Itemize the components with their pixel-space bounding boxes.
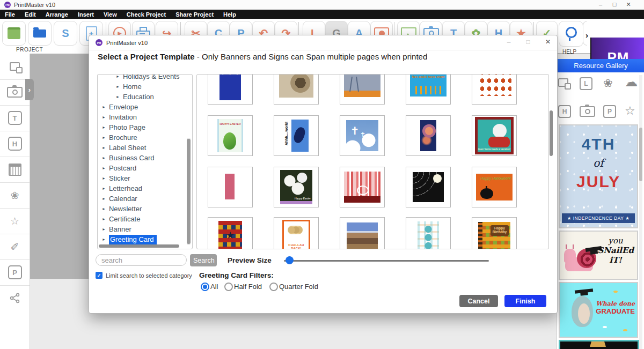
filter-radio-all[interactable] <box>201 283 209 291</box>
template-thumbnail[interactable]: Happy Birthday <box>472 217 517 249</box>
sidebar-text-button[interactable]: T <box>0 105 30 131</box>
template-thumbnail[interactable] <box>340 115 385 156</box>
sidebar-headline-button[interactable]: H <box>0 131 30 157</box>
sidebar-calendar-button[interactable] <box>0 157 30 183</box>
gallery-card-4th-of-july[interactable]: 4TH of JULY ★ INDEPENDENCE DAY ★ <box>559 124 638 228</box>
toolbar-expand-icon[interactable]: › <box>586 31 588 40</box>
dialog-heading-note: - Only Banners and Signs can Span multip… <box>195 52 428 61</box>
sidebar-shapes-button[interactable] <box>0 54 30 80</box>
search-input[interactable] <box>96 254 187 266</box>
finish-button[interactable]: Finish <box>504 295 546 307</box>
preview-size-slider-thumb[interactable] <box>286 256 294 264</box>
dialog-close-button[interactable]: ✕ <box>541 38 554 47</box>
toolbar-group-label-help: HELP <box>562 49 576 55</box>
menu-file[interactable]: File <box>0 11 20 18</box>
menu-help[interactable]: Help <box>218 11 241 18</box>
dialog-minimize-button[interactable]: – <box>502 38 515 47</box>
close-button[interactable]: ✕ <box>623 1 634 9</box>
category-greeting-card[interactable]: ►Greeting Card <box>98 234 192 244</box>
grid-scrollbar-thumb[interactable] <box>550 110 553 156</box>
gallery-scrollbar-thumb[interactable] <box>639 128 642 181</box>
template-thumbnail[interactable] <box>340 217 385 249</box>
preview-size-slider-track[interactable] <box>284 260 489 262</box>
menu-check-project[interactable]: Check Project <box>122 11 171 18</box>
graduation-cap-icon <box>575 288 593 294</box>
search-button[interactable]: Search <box>190 254 217 266</box>
template-thumbnail[interactable] <box>274 74 319 105</box>
template-thumbnail[interactable]: ❄ ❄ ❄ <box>208 74 253 105</box>
tree-hscrollbar-thumb[interactable] <box>99 244 179 248</box>
category-envelope[interactable]: ►Envelope <box>98 102 192 112</box>
gallery-card-snail[interactable]: you SNailEd iT! <box>559 231 638 280</box>
rg-clipart-button[interactable]: ❀ <box>603 77 613 90</box>
gallery-scrollbar-track[interactable] <box>639 75 642 349</box>
minimize-button[interactable]: – <box>595 1 606 9</box>
tree-scrollbar-thumb[interactable] <box>187 139 191 244</box>
category-sticker[interactable]: ►Sticker <box>98 173 192 183</box>
template-thumbnail[interactable] <box>406 217 451 249</box>
template-thumbnail[interactable] <box>340 74 385 105</box>
category-label: Brochure <box>109 133 137 142</box>
template-thumbnail[interactable] <box>472 74 517 105</box>
expand-panel-tab[interactable]: › <box>25 79 34 100</box>
category-letterhead[interactable]: ►Letterhead <box>98 183 192 194</box>
template-thumbnail[interactable]: Happy Easter <box>274 167 319 207</box>
cloud-com-label: .com <box>627 81 634 84</box>
rg-headline-button[interactable]: H <box>558 105 571 118</box>
template-thumbnail[interactable]: Ahhh....work! <box>274 115 319 156</box>
rg-photo-button[interactable] <box>580 106 595 117</box>
menu-insert[interactable]: Insert <box>73 11 99 18</box>
help-button[interactable] <box>559 21 583 47</box>
template-thumbnail[interactable]: ★ <box>208 217 253 249</box>
menu-view[interactable]: View <box>99 11 122 18</box>
menu-arrange[interactable]: Arrange <box>41 11 73 18</box>
filter-radio-half-fold[interactable] <box>224 283 233 291</box>
category-label-sheet[interactable]: ►Label Sheet <box>98 143 192 153</box>
gallery-card-whale[interactable]: Whale done GRADUATE <box>559 282 638 338</box>
template-thumbnail[interactable]: Happy Halloween! <box>472 167 517 207</box>
template-thumbnail[interactable] <box>406 115 451 156</box>
category-calendar[interactable]: ►Calendar <box>98 194 192 204</box>
category-certificate[interactable]: ►Certificate <box>98 214 192 224</box>
rg-online-button[interactable]: ☁.com <box>625 76 638 88</box>
category-photo-page[interactable]: ►Photo Page <box>98 122 192 132</box>
dialog-maximize-button[interactable]: □ <box>522 38 535 47</box>
category-education[interactable]: ►Education <box>98 92 192 102</box>
rg-pages-button[interactable]: P <box>603 105 616 118</box>
sidebar-pages-button[interactable]: P <box>0 259 30 286</box>
category-postcard[interactable]: ►Postcard <box>98 163 192 173</box>
template-thumbnail[interactable]: Even Santa needs a vacation! <box>472 115 517 156</box>
category-invitation[interactable]: ►Invitation <box>98 112 192 122</box>
limit-search-checkbox[interactable]: ✓ <box>96 272 103 279</box>
category-brochure[interactable]: ►Brochure <box>98 132 192 143</box>
menu-edit[interactable]: Edit <box>20 11 41 18</box>
template-thumbnail[interactable]: Nes gadol haya sham <box>406 74 451 105</box>
cancel-button[interactable]: Cancel <box>459 295 498 307</box>
fish-art <box>603 326 607 328</box>
sidebar-paint-button[interactable]: ✐ <box>0 234 30 260</box>
open-project-button[interactable] <box>28 21 52 46</box>
save-button[interactable]: S <box>54 21 77 46</box>
template-thumbnail[interactable] <box>406 167 451 207</box>
rg-star-button[interactable]: ☆ <box>625 104 635 118</box>
template-thumbnail[interactable]: HAPPY EASTER <box>208 115 253 156</box>
template-thumbnail[interactable] <box>340 167 385 207</box>
sidebar-stamps-button[interactable]: ☆ <box>0 208 30 234</box>
category-banner[interactable]: ►Banner <box>98 224 192 234</box>
rg-shapes-button[interactable] <box>558 78 568 87</box>
sidebar-share-button[interactable] <box>0 285 30 311</box>
category-home[interactable]: ►Home <box>98 81 192 92</box>
sidebar-clipart-button[interactable]: ❀ <box>0 182 30 209</box>
rg-layers-button[interactable]: L <box>580 77 592 90</box>
menu-share-project[interactable]: Share Project <box>171 11 218 18</box>
gallery-card-partial[interactable] <box>559 340 639 349</box>
category-holidays-events[interactable]: ►Holidays & Events <box>98 74 192 81</box>
filter-radio-quarter-fold[interactable] <box>269 283 278 291</box>
template-thumbnail[interactable]: CHALLAH BACK! <box>274 217 319 249</box>
new-project-button[interactable] <box>2 21 26 46</box>
template-thumbnail[interactable] <box>208 167 253 207</box>
category-business-card[interactable]: ►Business Card <box>98 153 192 163</box>
july-line3: JULY <box>560 173 637 191</box>
maximize-button[interactable]: □ <box>609 1 620 9</box>
category-newsletter[interactable]: ►Newsletter <box>98 204 192 214</box>
